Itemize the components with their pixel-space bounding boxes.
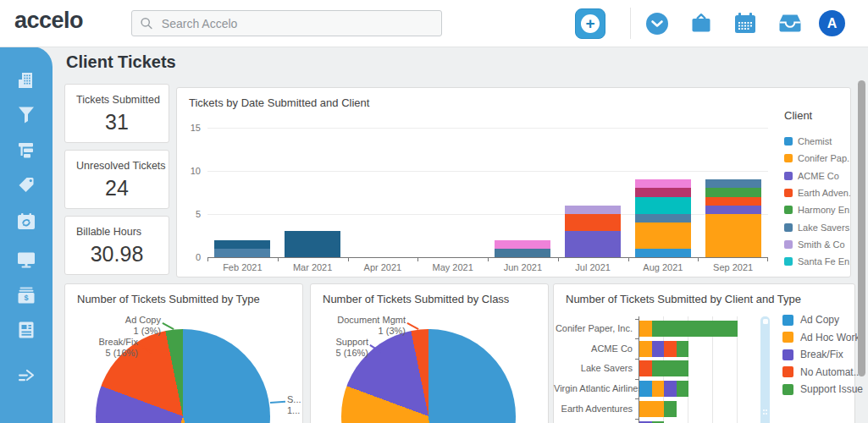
legend-item[interactable]: Break/Fix (782, 346, 863, 364)
bar-segment[interactable] (495, 249, 550, 257)
bar-segment[interactable] (652, 341, 665, 357)
axis-tick (635, 338, 639, 339)
legend-item[interactable]: No Automat... (782, 364, 863, 382)
x-axis-tick (698, 257, 699, 261)
x-axis-label: Aug 2021 (628, 262, 699, 272)
bar-segment[interactable] (635, 179, 691, 188)
bar-segment[interactable] (705, 206, 761, 214)
legend-item[interactable]: Ad Copy (782, 311, 863, 329)
category-label: Earth Adventures (554, 401, 633, 417)
sidebar-item-billing[interactable]: $ (16, 285, 36, 305)
axis-tick (635, 379, 639, 380)
bar-segment[interactable] (635, 222, 691, 249)
sidebar-item-projects[interactable] (16, 140, 36, 160)
bar-segment[interactable] (677, 381, 689, 397)
svg-text:$: $ (24, 294, 28, 302)
sidebar-item-retainers[interactable] (16, 212, 36, 232)
bar-segment[interactable] (214, 249, 270, 257)
chart-title: Number of Tickets Submitted by Client an… (566, 293, 801, 305)
tickets-by-class-card: Number of Tickets Submitted by Class Doc… (310, 283, 549, 423)
pie-callout-ad-copy: Ad Copy1 (3%) (91, 315, 161, 336)
x-axis-label: Mar 2021 (278, 262, 348, 272)
tickets-by-date-card: Tickets by Date Submitted and Client 051… (176, 87, 851, 277)
legend-label: Ad Hoc Work (800, 332, 860, 343)
legend-item[interactable]: Conifer Pap... (784, 150, 850, 167)
scrollbar-thumb[interactable] (763, 319, 768, 324)
bar-segment[interactable] (664, 401, 677, 417)
legend-item[interactable]: Chemist (784, 133, 850, 150)
bar-segment[interactable] (639, 341, 652, 357)
bar-segment[interactable] (705, 188, 761, 196)
sidebar-item-ledger[interactable] (16, 320, 36, 340)
bar-segment[interactable] (635, 188, 691, 196)
bar-segment[interactable] (635, 214, 691, 222)
legend-item[interactable]: Support Issue (782, 381, 863, 398)
user-avatar[interactable]: A (819, 10, 845, 36)
legend-label: Smith & Co (798, 239, 845, 250)
bar-segment[interactable] (639, 360, 652, 376)
legend-swatch (784, 137, 793, 146)
legend-item[interactable]: Earth Adven... (784, 184, 850, 201)
kpi-value: 24 (65, 176, 169, 201)
bar-segment[interactable] (285, 231, 340, 257)
kpi-label: Billable Hours (76, 226, 169, 238)
x-axis-tick (628, 257, 629, 261)
app: accelo + (0, 0, 868, 423)
chart-scrollbar[interactable] (760, 316, 770, 423)
search-input[interactable] (160, 16, 433, 31)
bar-segment[interactable] (565, 231, 621, 257)
bar-segment[interactable] (664, 341, 677, 357)
legend-item[interactable]: Smith & Co (784, 236, 850, 253)
x-axis-label: May 2021 (417, 262, 488, 272)
bar-segment[interactable] (565, 214, 621, 231)
chart-title: Tickets by Date Submitted and Client (189, 96, 369, 109)
bar-segment[interactable] (677, 341, 689, 357)
bar-segment[interactable] (635, 249, 691, 257)
calendar-icon[interactable] (734, 13, 756, 37)
sidebar-collapse-arrow-icon[interactable] (16, 366, 36, 387)
tasks-briefcase-icon[interactable] (691, 13, 711, 36)
header-divider (630, 8, 631, 39)
category-label: Conifer Paper, Inc. (554, 321, 633, 337)
bar-segment[interactable] (652, 360, 689, 376)
sidebar-item-tickets-tag[interactable] (16, 175, 36, 195)
legend-swatch (784, 257, 793, 266)
axis-tick (635, 319, 639, 320)
sidebar: $ (0, 47, 53, 423)
bar-segment[interactable] (639, 321, 652, 337)
plus-icon: + (581, 14, 600, 33)
sidebar-item-sales-funnel[interactable] (16, 105, 36, 125)
legend-swatch (784, 189, 793, 197)
bar-segment[interactable] (664, 381, 677, 397)
page-scrollbar[interactable] (858, 80, 865, 376)
accelo-logo[interactable]: accelo (14, 8, 83, 34)
bar-segment[interactable] (214, 240, 270, 249)
bar-segment[interactable] (705, 179, 761, 188)
bar-segment[interactable] (705, 214, 761, 257)
bar-segment[interactable] (639, 381, 652, 397)
legend-item[interactable]: Harmony En... (784, 201, 850, 218)
legend-item[interactable]: Lake Savers (784, 218, 850, 235)
x-axis-tick (417, 257, 418, 261)
legend-item[interactable]: ACME Co (784, 168, 850, 184)
x-axis-label: Jul 2021 (558, 262, 628, 272)
legend-item[interactable]: Ad Hoc Work (782, 329, 863, 347)
search-box[interactable] (131, 10, 442, 36)
kpi-label: Tickets Submitted (76, 94, 169, 106)
timer-clock-icon[interactable] (646, 13, 668, 38)
bar-segment[interactable] (635, 197, 691, 214)
bar-segment[interactable] (705, 197, 761, 206)
inbox-tray-icon[interactable] (779, 14, 801, 36)
bar-segment[interactable] (652, 381, 665, 397)
bar-segment[interactable] (495, 240, 550, 249)
sidebar-item-reports-monitor[interactable] (16, 250, 36, 270)
legend-swatch (784, 240, 793, 249)
legend-item[interactable]: Santa Fe En... (784, 253, 850, 270)
bar-segment[interactable] (639, 401, 664, 417)
add-button[interactable]: + (575, 8, 605, 39)
bar-segment[interactable] (565, 206, 621, 214)
legend-label: Lake Savers (798, 222, 849, 233)
legend-label: Ad Copy (800, 314, 839, 326)
sidebar-item-companies[interactable] (16, 70, 36, 91)
bar-segment[interactable] (652, 321, 738, 337)
